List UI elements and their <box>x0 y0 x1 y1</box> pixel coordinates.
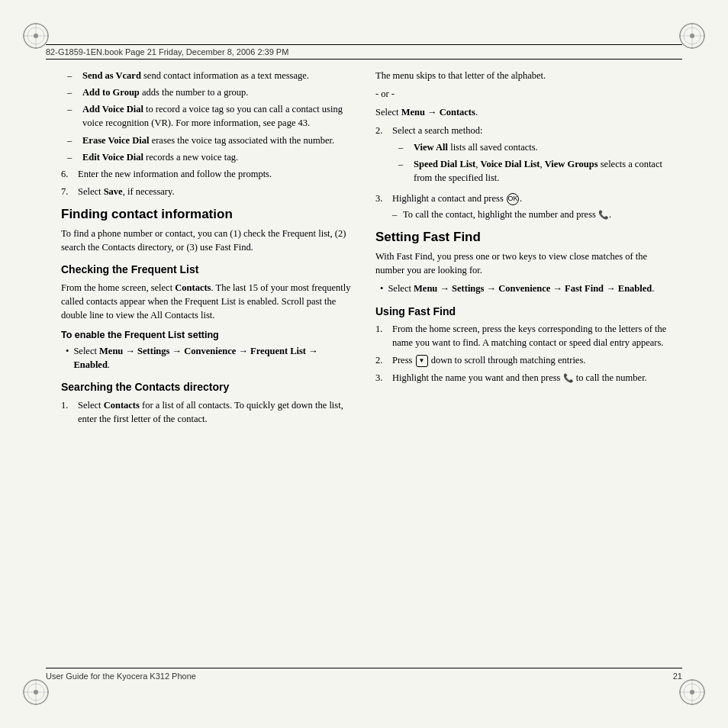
search-item2: 2. Select a search method: – View All li… <box>375 124 667 188</box>
searching-heading: Searching the Contacts directory <box>61 379 353 395</box>
phone-send-icon-2: 📞 <box>563 372 574 385</box>
bullet-item-send-vcard: – Send as Vcard send contact information… <box>61 69 353 82</box>
add-group-text: Add to Group adds the number to a group. <box>82 85 248 99</box>
nav-down-icon: ▼ <box>416 355 428 367</box>
num-uff1: 1. <box>375 322 392 350</box>
dash-icon: – <box>398 157 412 185</box>
enable-bullet-item: • Select Menu → Settings → Convenience →… <box>61 344 353 372</box>
header-book-info: 82-G1859-1EN.book Page 21 Friday, Decemb… <box>46 47 288 56</box>
view-all-item: – View All lists all saved contacts. <box>392 140 667 154</box>
item3-content: Highlight a contact and press OK. – To c… <box>392 192 667 221</box>
num-uff3: 3. <box>375 371 392 385</box>
item-7-text: Select Save, if necessary. <box>78 185 353 198</box>
footer-left: User Guide for the Kyocera K312 Phone <box>46 672 196 681</box>
num-7: 7. <box>61 185 78 198</box>
finding-para: To find a phone number or contact, you c… <box>61 227 353 254</box>
num-6: 6. <box>61 167 78 181</box>
send-vcard-text: Send as Vcard send contact information a… <box>82 69 309 82</box>
footer-right: 21 <box>673 672 682 681</box>
searching-item1-text: Select Contacts for a list of all contac… <box>78 398 353 426</box>
bullet-point-icon: • <box>380 282 383 295</box>
enable-heading: To enable the Frequent List setting <box>61 328 353 342</box>
uff-item2-text: Press ▼ down to scroll through matching … <box>392 353 667 367</box>
ok-button-icon: OK <box>507 193 519 205</box>
uff-item2: 2. Press ▼ down to scroll through matchi… <box>375 353 667 367</box>
item3-sub-text: To call the contact, highlight the numbe… <box>403 208 611 221</box>
bullet-item-add-voice-dial: – Add Voice Dial to record a voice tag s… <box>61 102 353 130</box>
dash-icon: – <box>67 102 81 130</box>
frequent-para: From the home screen, select Contacts. T… <box>61 281 353 322</box>
dash-icon: – <box>67 150 81 164</box>
speed-dial-text: Speed Dial List, Voice Dial List, View G… <box>414 157 667 185</box>
page: 82-G1859-1EN.book Page 21 Friday, Decemb… <box>0 0 728 728</box>
num-uff2: 2. <box>375 353 392 367</box>
num-s1: 1. <box>61 398 78 426</box>
finding-heading: Finding contact information <box>61 206 353 223</box>
bullet-list-top: – Send as Vcard send contact information… <box>61 69 353 164</box>
dash-icon: – <box>392 208 403 221</box>
erase-voice-dial-text: Erase Voice Dial erases the voice tag as… <box>82 134 334 147</box>
numbered-item-6: 6. Enter the new information and follow … <box>61 167 353 181</box>
item-6-text: Enter the new information and follow the… <box>78 167 353 181</box>
num-2: 2. <box>375 124 392 188</box>
num-3: 3. <box>375 192 392 221</box>
alpha-text: The menu skips to that letter of the alp… <box>375 69 667 82</box>
phone-send-icon: 📞 <box>598 209 609 221</box>
fast-find-para: With Fast Find, you press one or two key… <box>375 250 667 277</box>
fast-find-bullet-item: • Select Menu → Settings → Convenience →… <box>375 282 667 295</box>
numbered-item-7: 7. Select Save, if necessary. <box>61 185 353 198</box>
numbered-list-6-7: 6. Enter the new information and follow … <box>61 167 353 198</box>
edit-voice-dial-text: Edit Voice Dial records a new voice tag. <box>82 150 238 164</box>
dash-icon: – <box>67 134 81 147</box>
view-all-text: View All lists all saved contacts. <box>414 140 538 154</box>
header-bar: 82-G1859-1EN.book Page 21 Friday, Decemb… <box>46 44 682 60</box>
dash-icon: – <box>398 140 412 154</box>
search-item3: 3. Highlight a contact and press OK. – T… <box>375 192 667 221</box>
bullet-item-add-group: – Add to Group adds the number to a grou… <box>61 85 353 99</box>
uff-item3-text: Highlight the name you want and then pre… <box>392 371 667 385</box>
bullet-item-edit-voice-dial: – Edit Voice Dial records a new voice ta… <box>61 150 353 164</box>
enable-bullet-text: Select Menu → Settings → Convenience → F… <box>73 344 353 372</box>
right-column: The menu skips to that letter of the alp… <box>375 69 667 671</box>
speed-dial-item: – Speed Dial List, Voice Dial List, View… <box>392 157 667 185</box>
item2-content: Select a search method: – View All lists… <box>392 124 667 188</box>
or-text: - or - <box>375 87 667 101</box>
bullet-point-icon: • <box>66 344 69 372</box>
using-fast-find-heading: Using Fast Find <box>375 304 667 319</box>
content-area: – Send as Vcard send contact information… <box>61 69 667 671</box>
add-voice-dial-text: Add Voice Dial to record a voice tag so … <box>82 102 353 130</box>
searching-item1: 1. Select Contacts for a list of all con… <box>61 398 353 426</box>
dash-icon: – <box>67 85 81 99</box>
uff-item3: 3. Highlight the name you want and then … <box>375 371 667 385</box>
search-method-list: – View All lists all saved contacts. – S… <box>392 140 667 185</box>
fast-find-bullet-text: Select Menu → Settings → Convenience → F… <box>388 282 654 295</box>
dash-icon: – <box>67 69 81 82</box>
left-column: – Send as Vcard send contact information… <box>61 69 353 671</box>
uff-item1: 1. From the home screen, press the keys … <box>375 322 667 350</box>
or-select-text: Select Menu → Contacts. <box>375 105 667 119</box>
bullet-item-erase-voice-dial: – Erase Voice Dial erases the voice tag … <box>61 134 353 147</box>
fast-find-heading: Setting Fast Find <box>375 229 667 246</box>
item3-sub: – To call the contact, highlight the num… <box>392 208 667 221</box>
frequent-heading: Checking the Frequent List <box>61 262 353 277</box>
uff-item1-text: From the home screen, press the keys cor… <box>392 322 667 350</box>
